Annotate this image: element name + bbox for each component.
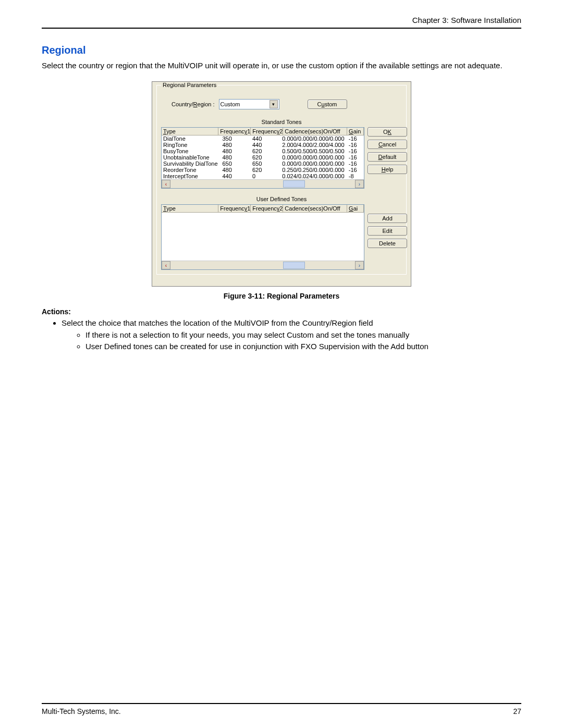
- column-cadence: Cadence(secs)On/Off: [283, 205, 347, 212]
- standard-tones-label: Standard Tones: [161, 119, 402, 125]
- scroll-thumb[interactable]: [283, 262, 305, 269]
- list-item: User Defined tones can be created for us…: [85, 341, 521, 352]
- table-cell: 0.000/0.000/0.000/0.000: [280, 135, 347, 142]
- ok-button[interactable]: OK: [368, 127, 407, 137]
- table-cell: UnobtainableTone: [162, 154, 221, 161]
- table-row[interactable]: UnobtainableTone4806200.000/0.000/0.000/…: [162, 154, 364, 161]
- actions-heading: Actions:: [42, 307, 521, 316]
- table-cell: 480: [221, 167, 251, 173]
- table-row[interactable]: Survivability DialTone6506500.000/0.000/…: [162, 161, 364, 167]
- table-cell: BusyTone: [162, 148, 221, 154]
- table-cell: 650: [221, 161, 251, 167]
- table-cell: 0.250/0.250/0.000/0.000: [280, 167, 347, 173]
- table-cell: 480: [221, 148, 251, 154]
- country-region-combo[interactable]: Custom ▾: [219, 99, 279, 109]
- table-cell: DialTone: [162, 135, 221, 142]
- table-cell: 620: [251, 167, 280, 173]
- column-frequency1: Frequency1: [218, 128, 251, 135]
- table-cell: -8: [347, 173, 364, 179]
- table-cell: Survivability DialTone: [162, 161, 221, 167]
- table-cell: 0.500/0.500/0.500/0.500: [280, 148, 347, 154]
- column-frequency1: Frequency1: [218, 205, 251, 212]
- column-cadence: Cadence(secs)On/Off: [283, 128, 347, 135]
- table-cell: InterceptTone: [162, 173, 221, 179]
- user-defined-tones-label: User Defined Tones: [161, 196, 402, 202]
- custom-button[interactable]: Custom: [308, 100, 347, 109]
- table-cell: 2.000/4.000/2.000/4.000: [280, 142, 347, 148]
- table-cell: 440: [251, 142, 280, 148]
- table-cell: 0: [251, 173, 280, 179]
- combo-value: Custom: [221, 101, 240, 107]
- list-item: Select the choice that matches the locat…: [62, 318, 521, 352]
- horizontal-scrollbar[interactable]: ‹ ›: [162, 261, 364, 269]
- column-gain: Gain: [347, 128, 364, 135]
- user-defined-tones-listview[interactable]: Type Frequency1 Frequency2 Cadence(secs)…: [161, 204, 364, 270]
- table-cell: 650: [251, 161, 280, 167]
- section-intro: Select the country or region that the Mu…: [42, 60, 521, 71]
- table-cell: -16: [347, 135, 364, 142]
- table-cell: -16: [347, 148, 364, 154]
- table-cell: -16: [347, 167, 364, 173]
- table-cell: 620: [251, 148, 280, 154]
- column-frequency2: Frequency2: [251, 128, 283, 135]
- scroll-right-icon[interactable]: ›: [355, 261, 364, 269]
- footer-page-number: 27: [513, 707, 521, 715]
- table-cell: ReorderTone: [162, 167, 221, 173]
- chapter-header: Chapter 3: Software Installation: [42, 16, 521, 29]
- table-row[interactable]: BusyTone4806200.500/0.500/0.500/0.500-16: [162, 148, 364, 154]
- country-region-label: Country/Region :: [172, 101, 215, 107]
- table-header-row[interactable]: Type Frequency1 Frequency2 Cadence(secs)…: [162, 205, 364, 213]
- table-row[interactable]: RingTone4804402.000/4.000/2.000/4.000-16: [162, 142, 364, 148]
- default-button[interactable]: Default: [368, 152, 407, 162]
- table-cell: -16: [347, 142, 364, 148]
- regional-dialog: Regional Parameters Country/Region : Cus…: [152, 81, 411, 287]
- table-cell: 0.024/0.024/0.000/0.000: [280, 173, 347, 179]
- table-row[interactable]: InterceptTone44000.024/0.024/0.000/0.000…: [162, 173, 364, 179]
- edit-button[interactable]: Edit: [368, 226, 407, 236]
- list-item: If there is not a selection to fit your …: [85, 330, 521, 340]
- table-cell: 440: [221, 173, 251, 179]
- footer-company: Multi-Tech Systems, Inc.: [42, 707, 121, 715]
- column-type: Type: [162, 205, 218, 212]
- table-cell: 480: [221, 154, 251, 161]
- table-cell: 0.000/0.000/0.000/0.000: [280, 154, 347, 161]
- table-cell: RingTone: [162, 142, 221, 148]
- help-button[interactable]: Help: [368, 165, 407, 174]
- table-cell: 0.000/0.000/0.000/0.000: [280, 161, 347, 167]
- scroll-left-icon[interactable]: ‹: [162, 261, 170, 269]
- scroll-right-icon[interactable]: ›: [355, 180, 364, 188]
- table-cell: 620: [251, 154, 280, 161]
- horizontal-scrollbar[interactable]: ‹ ›: [162, 179, 364, 188]
- column-type: Type: [162, 128, 218, 135]
- groupbox-legend: Regional Parameters: [161, 82, 218, 88]
- section-title: Regional: [42, 44, 521, 56]
- cancel-button[interactable]: Cancel: [368, 140, 407, 149]
- table-cell: 350: [221, 135, 251, 142]
- scroll-left-icon[interactable]: ‹: [162, 180, 170, 188]
- table-row[interactable]: ReorderTone4806200.250/0.250/0.000/0.000…: [162, 167, 364, 173]
- table-cell: -16: [347, 161, 364, 167]
- table-row[interactable]: DialTone3504400.000/0.000/0.000/0.000-16: [162, 135, 364, 142]
- scroll-thumb[interactable]: [283, 180, 305, 188]
- column-frequency2: Frequency2: [251, 205, 283, 212]
- table-cell: 440: [251, 135, 280, 142]
- dropdown-arrow-icon[interactable]: ▾: [270, 100, 278, 108]
- table-header-row[interactable]: Type Frequency1 Frequency2 Cadence(secs)…: [162, 128, 364, 135]
- delete-button[interactable]: Delete: [368, 239, 407, 248]
- figure-caption: Figure 3-11: Regional Parameters: [42, 292, 521, 300]
- standard-tones-listview[interactable]: Type Frequency1 Frequency2 Cadence(secs)…: [161, 127, 364, 189]
- column-gai: Gai: [347, 205, 364, 212]
- table-cell: -16: [347, 154, 364, 161]
- table-cell: 480: [221, 142, 251, 148]
- add-button[interactable]: Add: [368, 214, 407, 223]
